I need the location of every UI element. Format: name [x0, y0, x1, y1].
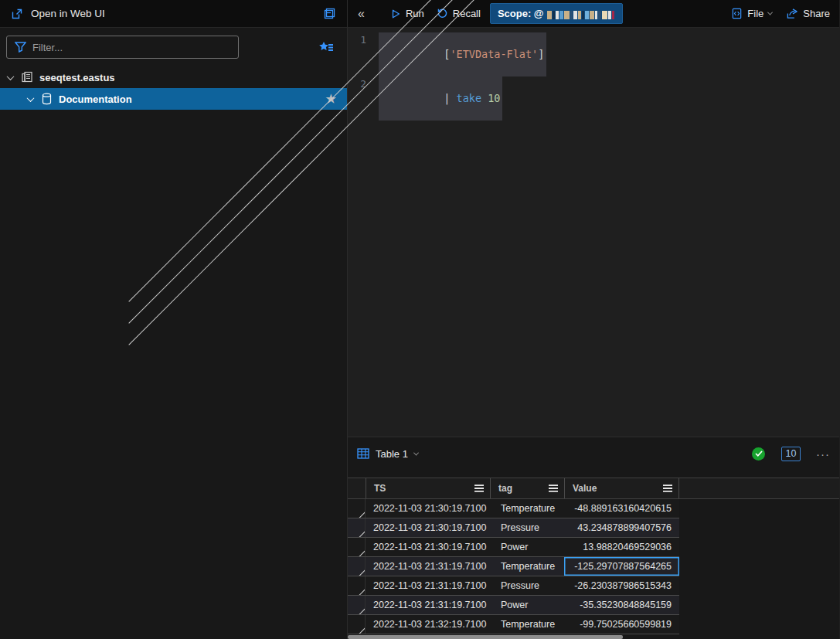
- column-menu-icon[interactable]: [549, 484, 558, 492]
- cell-value[interactable]: -35.35230848845159: [564, 596, 679, 614]
- row-expand-chevron[interactable]: [348, 596, 366, 614]
- cell-ts[interactable]: 2022-11-03 21:30:19.7100: [366, 518, 490, 537]
- sidebar-topbar: Open in Web UI: [0, 0, 347, 28]
- grid-header-strip: TS tag Value: [348, 478, 839, 499]
- results-toolbar: Table 1 10 ···: [348, 437, 839, 470]
- cell-ts[interactable]: 2022-11-03 21:32:19.7100: [366, 615, 490, 634]
- column-header-value[interactable]: Value: [564, 478, 679, 498]
- row-expand-chevron[interactable]: [348, 576, 366, 595]
- table-row[interactable]: 2022-11-03 21:31:19.7100 Temperature -12…: [348, 557, 679, 576]
- cluster-label: seeqtest.eastus: [39, 72, 115, 83]
- scope-button[interactable]: Scope: @: [490, 3, 623, 24]
- table-selector[interactable]: Table 1: [357, 448, 418, 460]
- table-row[interactable]: 2022-11-03 21:32:19.7100 Temperature -99…: [348, 615, 679, 634]
- app-window: Open in Web UI seeqtest.eastus: [0, 0, 840, 639]
- more-options-button[interactable]: ···: [816, 447, 830, 461]
- row-expand-chevron[interactable]: [348, 538, 366, 556]
- cell-value[interactable]: 13.98820469529036: [564, 538, 679, 556]
- cell-ts[interactable]: 2022-11-03 21:30:19.7100: [366, 499, 490, 518]
- code-token-keyword: take: [457, 92, 482, 104]
- scope-redacted-value: [547, 11, 615, 19]
- tree-item-table[interactable]: ETVData-Flat: [0, 153, 347, 175]
- cell-value[interactable]: -48.889163160420615: [564, 499, 679, 518]
- table-row[interactable]: 2022-11-03 21:31:19.7100 Power -35.35230…: [348, 596, 679, 615]
- cell-value[interactable]: -26.230387986515343: [564, 576, 679, 595]
- grid-body: 2022-11-03 21:30:19.7100 Temperature -48…: [348, 499, 839, 634]
- file-icon: [731, 8, 743, 19]
- expander-column-header: [348, 478, 366, 498]
- open-in-web-ui-button[interactable]: Open in Web UI: [31, 8, 105, 19]
- table-row[interactable]: 2022-11-03 21:30:19.7100 Pressure 43.234…: [348, 518, 679, 538]
- external-link-icon: [11, 8, 23, 20]
- share-button[interactable]: Share: [786, 8, 830, 19]
- cell-ts[interactable]: 2022-11-03 21:31:19.7100: [366, 596, 490, 614]
- tree-item-cluster[interactable]: seeqtest.eastus: [0, 66, 347, 88]
- collapse-sidebar-button[interactable]: «: [358, 7, 365, 21]
- chevron-down-icon[interactable]: [7, 73, 15, 80]
- code-token-string: 'ETVData-Flat': [450, 48, 538, 60]
- cell-tag[interactable]: Temperature: [490, 557, 564, 576]
- table-icon: [357, 448, 369, 459]
- row-expand-chevron[interactable]: [348, 557, 366, 576]
- cell-tag[interactable]: Power: [490, 538, 564, 556]
- row-expand-chevron[interactable]: [348, 499, 366, 518]
- column-header-tag[interactable]: tag: [490, 478, 564, 498]
- cell-tag[interactable]: Temperature: [490, 615, 564, 634]
- funnel-icon: [15, 42, 26, 53]
- query-area: « Run Recall Scope: @ File: [348, 0, 839, 639]
- share-icon: [786, 8, 798, 19]
- cell-ts[interactable]: 2022-11-03 21:31:19.7100: [366, 557, 490, 576]
- row-expand-chevron[interactable]: [348, 518, 366, 537]
- filter-section: [0, 28, 347, 63]
- code-token: |: [444, 92, 456, 104]
- chevron-down-icon: [413, 450, 419, 455]
- favorites-filter-icon[interactable]: [318, 40, 335, 54]
- code-line: 2 | take 10: [348, 76, 839, 121]
- cell-tag[interactable]: Pressure: [490, 518, 564, 537]
- results-panel: Table 1 10 ··· TS: [348, 437, 839, 639]
- database-icon: [41, 93, 53, 105]
- column-menu-icon[interactable]: [663, 484, 672, 492]
- horizontal-scrollbar[interactable]: [348, 635, 623, 639]
- cell-value[interactable]: -99.75025660599819: [564, 615, 679, 634]
- table-row[interactable]: 2022-11-03 21:30:19.7100 Temperature -48…: [348, 499, 679, 518]
- cluster-icon: [21, 71, 33, 83]
- filter-box[interactable]: [6, 36, 239, 59]
- chevron-down-icon[interactable]: [27, 94, 35, 102]
- database-label: Documentation: [59, 93, 132, 105]
- cell-tag[interactable]: Power: [490, 596, 564, 614]
- filter-input[interactable]: [32, 42, 218, 53]
- row-expand-chevron[interactable]: [348, 615, 366, 634]
- table-row[interactable]: 2022-11-03 21:31:19.7100 Pressure -26.23…: [348, 576, 679, 596]
- table-selector-label: Table 1: [376, 448, 408, 460]
- column-menu-icon[interactable]: [474, 484, 484, 492]
- connections-sidebar: Open in Web UI seeqtest.eastus: [0, 0, 348, 639]
- toggle-panel-icon[interactable]: [323, 7, 336, 20]
- column-header-ts[interactable]: TS: [366, 478, 490, 498]
- file-menu-button[interactable]: File: [731, 8, 772, 19]
- row-count-badge: 10: [781, 447, 801, 461]
- table-row[interactable]: 2022-11-03 21:30:19.7100 Power 13.988204…: [348, 538, 679, 557]
- cell-tag[interactable]: Pressure: [490, 576, 564, 595]
- code-token: ]: [538, 48, 544, 60]
- chevron-down-icon: [767, 10, 773, 15]
- code-token-number: 10: [488, 92, 500, 104]
- cell-tag[interactable]: Temperature: [490, 499, 564, 518]
- cell-value[interactable]: 43.234878899407576: [564, 518, 679, 537]
- connection-tree: seeqtest.eastus Documentation ★ AreaA: [0, 66, 347, 175]
- code-token: [481, 92, 488, 104]
- cell-ts[interactable]: 2022-11-03 21:30:19.7100: [366, 538, 490, 556]
- cell-value-selected[interactable]: -125.29707887564265: [564, 557, 679, 576]
- scope-label: Scope: @: [498, 8, 544, 19]
- cell-ts[interactable]: 2022-11-03 21:31:19.7100: [366, 576, 490, 595]
- query-editor[interactable]: 1 ['ETVData-Flat'] 2 | take 10: [348, 28, 839, 437]
- results-grid: TS tag Value: [348, 478, 839, 639]
- success-status-icon: [752, 447, 765, 461]
